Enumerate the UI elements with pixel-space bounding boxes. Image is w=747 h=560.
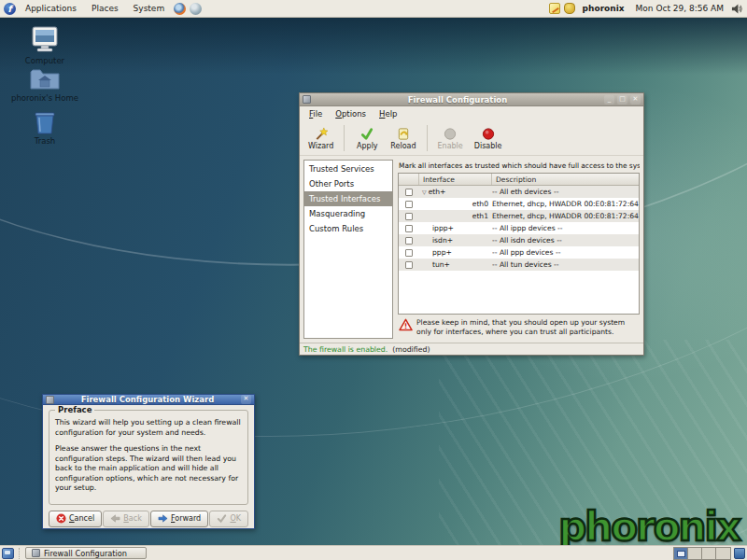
wizard-paragraph: Please answer the questions in the next …	[55, 444, 242, 494]
taskbar-item-label: Firewall Configuration	[44, 549, 127, 558]
row-checkbox[interactable]	[405, 201, 413, 208]
header-description[interactable]: Description	[492, 174, 639, 185]
enable-button-label: Enable	[438, 142, 463, 150]
clock-label[interactable]: Mon Oct 29, 8:56 AM	[632, 4, 727, 13]
row-checkbox[interactable]	[405, 261, 413, 269]
table-header: Interface Description	[399, 174, 639, 186]
menu-bar: File Options Help	[300, 106, 643, 121]
apply-button-label: Apply	[357, 142, 378, 150]
menu-help[interactable]: Help	[374, 107, 402, 120]
menu-file[interactable]: File	[303, 107, 328, 120]
disable-button[interactable]: Disable	[470, 123, 507, 154]
menu-applications[interactable]: Applications	[20, 2, 82, 15]
disable-circle-icon	[481, 127, 496, 141]
sidebar-item-trusted-interfaces[interactable]: Trusted Interfaces	[304, 191, 392, 206]
reload-button[interactable]: Reload	[386, 123, 420, 154]
wizard-button[interactable]: Wizard	[303, 123, 338, 154]
enable-button: Enable	[433, 123, 468, 154]
interface-description: -- All tun devices --	[492, 260, 639, 269]
preface-heading: Preface	[55, 405, 94, 414]
modified-status-text: (modified)	[392, 345, 430, 354]
ok-button-label: OK	[230, 514, 241, 523]
interface-name: ppp+	[432, 248, 452, 257]
trash-applet-icon[interactable]	[734, 548, 745, 559]
update-icon[interactable]	[564, 3, 575, 14]
sidebar-item-other-ports[interactable]: Other Ports	[304, 176, 392, 191]
close-button[interactable]: ✕	[630, 95, 641, 105]
workspace-1[interactable]	[674, 548, 688, 559]
home-folder-icon	[29, 67, 61, 91]
warning-triangle-icon: !	[399, 318, 413, 331]
window-titlebar[interactable]: Firewall Configuration _ □ ✕	[300, 93, 643, 106]
back-button: Back	[103, 511, 148, 527]
desktop-icon-label: Computer	[25, 56, 64, 65]
table-row[interactable]: ▽eth+ -- All eth devices --	[399, 186, 639, 198]
warning-box: ! Please keep in mind, that you should o…	[398, 315, 640, 339]
interface-name: isdn+	[432, 236, 453, 245]
toolbar-separator	[427, 125, 428, 151]
check-icon	[359, 127, 374, 141]
menu-system[interactable]: System	[128, 2, 171, 15]
row-checkbox[interactable]	[405, 189, 413, 196]
menu-options[interactable]: Options	[330, 107, 372, 120]
enable-circle-icon	[443, 127, 458, 141]
firewall-status-text: The firewall is enabled.	[303, 345, 388, 354]
status-bar: The firewall is enabled. (modified)	[300, 343, 643, 355]
wizard-paragraph: This wizard will help you setting up a c…	[55, 418, 242, 438]
dialog-titlebar[interactable]: Firewall Configuration Wizard ✕	[43, 395, 254, 405]
globe-icon[interactable]	[190, 3, 202, 15]
username-label[interactable]: phoronix	[579, 4, 628, 13]
show-desktop-icon[interactable]	[2, 548, 14, 559]
top-panel: f Applications Places System phoronix Mo…	[0, 0, 747, 18]
category-sidebar: Trusted Services Other Ports Trusted Int…	[303, 160, 393, 339]
table-row[interactable]: eth0 Ethernet, dhcp, HWADDR 00:E0:81:72:…	[399, 198, 639, 210]
disable-button-label: Disable	[474, 142, 502, 150]
cancel-button-label: Cancel	[69, 514, 94, 523]
sidebar-item-custom-rules[interactable]: Custom Rules	[304, 221, 392, 236]
cancel-button[interactable]: Cancel	[49, 511, 102, 527]
dialog-button-row: Cancel Back Forward OK	[49, 505, 248, 527]
dialog-close-button[interactable]: ✕	[241, 395, 251, 404]
forward-arrow-icon	[158, 513, 168, 524]
workspace-3[interactable]	[702, 548, 716, 559]
menu-places[interactable]: Places	[86, 2, 124, 15]
desktop-icon-trash[interactable]: Trash	[11, 110, 78, 146]
firefox-icon[interactable]	[174, 3, 186, 15]
workspace-4[interactable]	[716, 548, 730, 559]
ok-icon	[217, 513, 227, 524]
expander-icon[interactable]: ▽	[422, 189, 427, 195]
back-arrow-icon	[110, 513, 120, 524]
note-icon[interactable]	[549, 3, 560, 14]
svg-text:!: !	[404, 322, 408, 330]
table-row[interactable]: ippp+ -- All ippp devices --	[399, 222, 639, 234]
header-checkbox-column	[399, 174, 419, 185]
apply-button[interactable]: Apply	[350, 123, 384, 154]
desktop-icon-computer[interactable]: Computer	[11, 26, 78, 65]
table-row[interactable]: tun+ -- All tun devices --	[399, 259, 639, 271]
forward-button[interactable]: Forward	[150, 511, 208, 527]
firewall-configuration-window: Firewall Configuration _ □ ✕ File Option…	[299, 92, 644, 356]
table-row[interactable]: isdn+ -- All isdn devices --	[399, 234, 639, 246]
dialog-title: Firewall Configuration Wizard	[57, 395, 238, 404]
row-checkbox[interactable]	[405, 237, 413, 245]
taskbar-item-firewall[interactable]: Firewall Configuration	[25, 547, 147, 559]
volume-icon[interactable]	[731, 3, 743, 15]
reload-icon	[396, 127, 411, 141]
row-checkbox[interactable]	[405, 213, 413, 220]
fedora-menu-icon[interactable]: f	[4, 3, 16, 15]
header-interface[interactable]: Interface	[419, 174, 492, 185]
desktop-icon-home[interactable]: phoronix's Home	[11, 67, 78, 103]
trash-icon	[31, 110, 59, 134]
warning-text: Please keep in mind, that you should ope…	[416, 318, 638, 337]
minimize-button[interactable]: _	[604, 95, 614, 105]
sidebar-item-masquerading[interactable]: Masquerading	[304, 206, 392, 221]
maximize-button[interactable]: □	[617, 95, 627, 105]
firewall-wizard-dialog: Firewall Configuration Wizard ✕ Preface …	[42, 394, 255, 529]
sidebar-item-trusted-services[interactable]: Trusted Services	[304, 161, 392, 176]
workspace-2[interactable]	[688, 548, 702, 559]
row-checkbox[interactable]	[405, 249, 413, 257]
table-row[interactable]: eth1 Ethernet, dhcp, HWADDR 00:E0:81:72:…	[399, 210, 639, 222]
desktop-icon-label: Trash	[35, 136, 55, 146]
row-checkbox[interactable]	[405, 225, 413, 232]
table-row[interactable]: ppp+ -- All ppp devices --	[399, 246, 639, 259]
